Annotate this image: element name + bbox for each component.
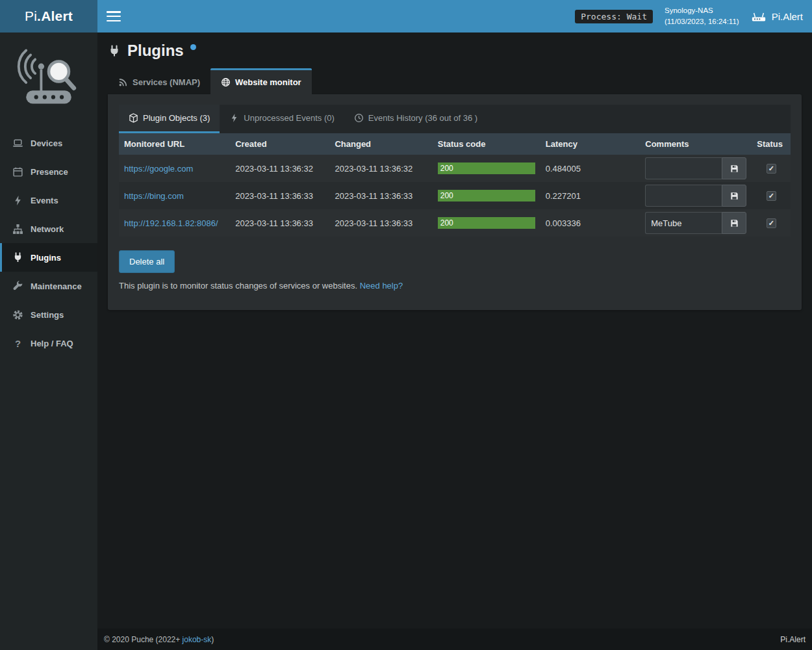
sidebar-item-label: Plugins xyxy=(31,253,61,263)
question-icon: ? xyxy=(12,338,23,349)
process-status-badge: Process: Wait xyxy=(575,10,653,23)
jokob-sk-link[interactable]: jokob-sk xyxy=(183,635,212,644)
sidebar-item-label: Devices xyxy=(31,138,62,148)
col-header-monitored-url[interactable]: Monitored URL xyxy=(119,133,230,155)
laptop-icon xyxy=(12,138,23,149)
sidebar-item-settings[interactable]: Settings xyxy=(0,300,97,329)
plug-icon xyxy=(108,45,121,58)
brand-logo[interactable]: Pi.Alert xyxy=(0,0,97,32)
tab-label: Events History (36 out of 36 ) xyxy=(368,113,477,123)
svg-text:?: ? xyxy=(15,338,21,348)
sidebar-item-events[interactable]: Events xyxy=(0,186,97,214)
signal-icon xyxy=(118,77,128,87)
changed-cell: 2023-03-11 13:36:33 xyxy=(329,209,432,237)
need-help-link[interactable]: Need help? xyxy=(360,281,403,291)
col-header-latency[interactable]: Latency xyxy=(540,133,641,155)
footer-text-suffix: ) xyxy=(211,635,214,644)
website-monitor-panel: Plugin Objects (3) Unprocessed Events (0… xyxy=(108,94,802,310)
main-content: Plugins Services (NMAP) Website monitor … xyxy=(97,32,812,629)
help-text: This plugin is to monitor status changes… xyxy=(119,281,357,291)
created-cell: 2023-03-11 13:36:33 xyxy=(230,182,329,209)
sidebar-item-plugins[interactable]: Plugins xyxy=(0,243,97,272)
tab-plugin-objects[interactable]: Plugin Objects (3) xyxy=(119,105,220,133)
floppy-icon xyxy=(730,164,739,174)
col-header-created[interactable]: Created xyxy=(230,133,329,155)
tab-services-nmap[interactable]: Services (NMAP) xyxy=(108,68,210,94)
sidebar-item-help-faq[interactable]: ? Help / FAQ xyxy=(0,329,97,358)
footer-text-prefix: © 2020 Puche (2022+ xyxy=(104,635,183,644)
host-timestamp: (11/03/2023, 16:24:11) xyxy=(665,16,739,27)
sidebar-item-label: Network xyxy=(31,224,64,234)
comment-input[interactable] xyxy=(645,212,722,234)
save-comment-button[interactable] xyxy=(722,157,746,179)
sidebar-item-presence[interactable]: Presence xyxy=(0,157,97,186)
sidebar-item-network[interactable]: Network xyxy=(0,214,97,243)
col-header-comments[interactable]: Comments xyxy=(640,133,752,155)
comment-group xyxy=(645,185,746,207)
plugin-objects-table: Monitored URL Created Changed Status cod… xyxy=(119,133,791,237)
created-cell: 2023-03-11 13:36:33 xyxy=(230,209,329,237)
footer-credits: © 2020 Puche (2022+ jokob-sk) xyxy=(104,635,214,644)
delete-all-button[interactable]: Delete all xyxy=(119,250,175,273)
col-header-changed[interactable]: Changed xyxy=(329,133,432,155)
tab-label: Plugin Objects (3) xyxy=(143,113,210,123)
app-name-block: Pi.Alert xyxy=(751,11,803,22)
latency-cell: 0.484005 xyxy=(540,155,641,182)
sidebar-menu: Devices Presence Events Network Plugins xyxy=(0,129,97,358)
sidebar-item-label: Settings xyxy=(31,310,64,320)
app-name: Pi.Alert xyxy=(772,11,803,22)
info-dot-icon[interactable] xyxy=(190,44,196,50)
sidebar-item-devices[interactable]: Devices xyxy=(0,129,97,157)
monitored-url-link[interactable]: https://bing.com xyxy=(124,191,184,201)
floppy-icon xyxy=(730,218,739,228)
comment-group xyxy=(645,212,746,234)
plug-icon xyxy=(12,252,23,263)
navbar: Process: Wait Synology-NAS (11/03/2023, … xyxy=(97,0,812,32)
plugin-tabs: Services (NMAP) Website monitor xyxy=(108,68,802,94)
tab-label: Website monitor xyxy=(235,77,301,87)
save-comment-button[interactable] xyxy=(722,185,746,207)
status-checkbox[interactable] xyxy=(767,218,776,228)
sidebar-item-label: Help / FAQ xyxy=(31,339,73,348)
tab-website-monitor[interactable]: Website monitor xyxy=(210,68,312,94)
tab-events-history[interactable]: Events History (36 out of 36 ) xyxy=(344,105,487,133)
status-code-bar: 200 xyxy=(438,190,535,202)
latency-cell: 0.003336 xyxy=(540,209,641,237)
latency-cell: 0.227201 xyxy=(540,182,641,209)
table-row: https://bing.com 2023-03-11 13:36:33 202… xyxy=(119,182,791,209)
sidebar-item-label: Maintenance xyxy=(31,281,82,291)
tab-label: Unprocessed Events (0) xyxy=(244,113,334,123)
comment-group xyxy=(645,157,746,179)
created-cell: 2023-03-11 13:36:32 xyxy=(230,155,329,182)
plugin-help-text: This plugin is to monitor status changes… xyxy=(119,281,791,291)
monitored-url-link[interactable]: https://google.com xyxy=(124,164,193,174)
bolt-icon xyxy=(12,195,23,206)
sidebar-item-label: Presence xyxy=(31,167,68,177)
tab-unprocessed-events[interactable]: Unprocessed Events (0) xyxy=(220,105,344,133)
comment-input[interactable] xyxy=(645,157,722,179)
hamburger-icon[interactable] xyxy=(107,11,121,21)
router-icon xyxy=(751,11,767,22)
save-comment-button[interactable] xyxy=(722,212,746,234)
col-header-status-code[interactable]: Status code xyxy=(433,133,540,155)
cube-icon xyxy=(129,113,138,123)
navbar-right: Process: Wait Synology-NAS (11/03/2023, … xyxy=(575,5,803,27)
table-row: http://192.168.1.82:8086/ 2023-03-11 13:… xyxy=(119,209,791,237)
clock-icon xyxy=(354,113,364,123)
brand-text-bold: .Alert xyxy=(37,8,73,24)
sidebar: Devices Presence Events Network Plugins xyxy=(0,32,97,650)
floppy-icon xyxy=(730,191,739,201)
page-header: Plugins xyxy=(97,32,812,60)
changed-cell: 2023-03-11 13:36:32 xyxy=(329,155,432,182)
host-name: Synology-NAS xyxy=(665,5,739,16)
status-checkbox[interactable] xyxy=(767,191,776,201)
monitored-url-link[interactable]: http://192.168.1.82:8086/ xyxy=(124,218,218,228)
col-header-status[interactable]: Status xyxy=(752,133,791,155)
gear-icon xyxy=(12,309,23,320)
comment-input[interactable] xyxy=(645,185,722,207)
status-checkbox[interactable] xyxy=(767,164,776,174)
table-row: https://google.com 2023-03-11 13:36:32 2… xyxy=(119,155,791,182)
calendar-icon xyxy=(12,166,23,177)
sidebar-item-maintenance[interactable]: Maintenance xyxy=(0,272,97,300)
tab-label: Services (NMAP) xyxy=(133,77,200,87)
